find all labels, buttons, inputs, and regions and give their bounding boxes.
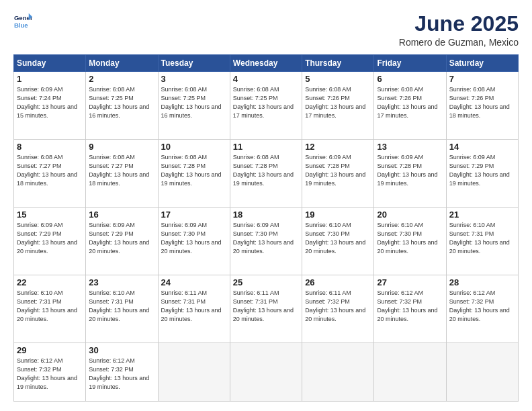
header-monday: Monday <box>86 55 158 72</box>
table-row: 27Sunrise: 6:12 AMSunset: 7:32 PMDayligh… <box>374 275 446 342</box>
svg-text:Blue: Blue <box>14 21 28 29</box>
calendar: Sunday Monday Tuesday Wednesday Thursday… <box>13 54 519 402</box>
table-row: 30Sunrise: 6:12 AMSunset: 7:32 PMDayligh… <box>86 342 158 401</box>
table-row: 2Sunrise: 6:08 AMSunset: 7:25 PMDaylight… <box>86 72 158 140</box>
header-wednesday: Wednesday <box>230 55 302 72</box>
table-row <box>302 342 374 401</box>
table-row: 9Sunrise: 6:08 AMSunset: 7:27 PMDaylight… <box>86 140 158 208</box>
table-row: 8Sunrise: 6:08 AMSunset: 7:27 PMDaylight… <box>14 140 86 208</box>
table-row: 7Sunrise: 6:08 AMSunset: 7:26 PMDaylight… <box>446 72 518 140</box>
table-row: 6Sunrise: 6:08 AMSunset: 7:26 PMDaylight… <box>374 72 446 140</box>
table-row: 28Sunrise: 6:12 AMSunset: 7:32 PMDayligh… <box>446 275 518 342</box>
table-row: 15Sunrise: 6:09 AMSunset: 7:29 PMDayligh… <box>14 207 86 275</box>
table-row: 21Sunrise: 6:10 AMSunset: 7:31 PMDayligh… <box>446 207 518 275</box>
table-row: 13Sunrise: 6:09 AMSunset: 7:28 PMDayligh… <box>374 140 446 208</box>
table-row: 12Sunrise: 6:09 AMSunset: 7:28 PMDayligh… <box>302 140 374 208</box>
logo: General Blue <box>13 12 32 31</box>
table-row: 19Sunrise: 6:10 AMSunset: 7:30 PMDayligh… <box>302 207 374 275</box>
table-row <box>230 342 302 401</box>
header-friday: Friday <box>374 55 446 72</box>
page: General Blue June 2025 Romero de Guzman,… <box>0 0 532 411</box>
table-row: 20Sunrise: 6:10 AMSunset: 7:30 PMDayligh… <box>374 207 446 275</box>
header-saturday: Saturday <box>446 55 518 72</box>
title-block: June 2025 Romero de Guzman, Mexico <box>399 12 519 48</box>
header-sunday: Sunday <box>14 55 86 72</box>
table-row: 1Sunrise: 6:09 AMSunset: 7:24 PMDaylight… <box>14 72 86 140</box>
table-row: 4Sunrise: 6:08 AMSunset: 7:25 PMDaylight… <box>230 72 302 140</box>
table-row: 16Sunrise: 6:09 AMSunset: 7:29 PMDayligh… <box>86 207 158 275</box>
calendar-header-row: Sunday Monday Tuesday Wednesday Thursday… <box>14 55 519 72</box>
header: General Blue June 2025 Romero de Guzman,… <box>13 12 519 48</box>
header-thursday: Thursday <box>302 55 374 72</box>
table-row: 3Sunrise: 6:08 AMSunset: 7:25 PMDaylight… <box>158 72 230 140</box>
logo-icon: General Blue <box>13 12 32 31</box>
table-row <box>446 342 518 401</box>
table-row: 5Sunrise: 6:08 AMSunset: 7:26 PMDaylight… <box>302 72 374 140</box>
table-row <box>158 342 230 401</box>
table-row: 17Sunrise: 6:09 AMSunset: 7:30 PMDayligh… <box>158 207 230 275</box>
table-row: 22Sunrise: 6:10 AMSunset: 7:31 PMDayligh… <box>14 275 86 342</box>
table-row: 11Sunrise: 6:08 AMSunset: 7:28 PMDayligh… <box>230 140 302 208</box>
table-row: 24Sunrise: 6:11 AMSunset: 7:31 PMDayligh… <box>158 275 230 342</box>
table-row: 26Sunrise: 6:11 AMSunset: 7:32 PMDayligh… <box>302 275 374 342</box>
header-tuesday: Tuesday <box>158 55 230 72</box>
month-title: June 2025 <box>399 12 519 36</box>
table-row: 25Sunrise: 6:11 AMSunset: 7:31 PMDayligh… <box>230 275 302 342</box>
table-row: 18Sunrise: 6:09 AMSunset: 7:30 PMDayligh… <box>230 207 302 275</box>
table-row <box>374 342 446 401</box>
table-row: 14Sunrise: 6:09 AMSunset: 7:29 PMDayligh… <box>446 140 518 208</box>
location: Romero de Guzman, Mexico <box>399 37 519 48</box>
table-row: 10Sunrise: 6:08 AMSunset: 7:28 PMDayligh… <box>158 140 230 208</box>
table-row: 23Sunrise: 6:10 AMSunset: 7:31 PMDayligh… <box>86 275 158 342</box>
table-row: 29Sunrise: 6:12 AMSunset: 7:32 PMDayligh… <box>14 342 86 401</box>
